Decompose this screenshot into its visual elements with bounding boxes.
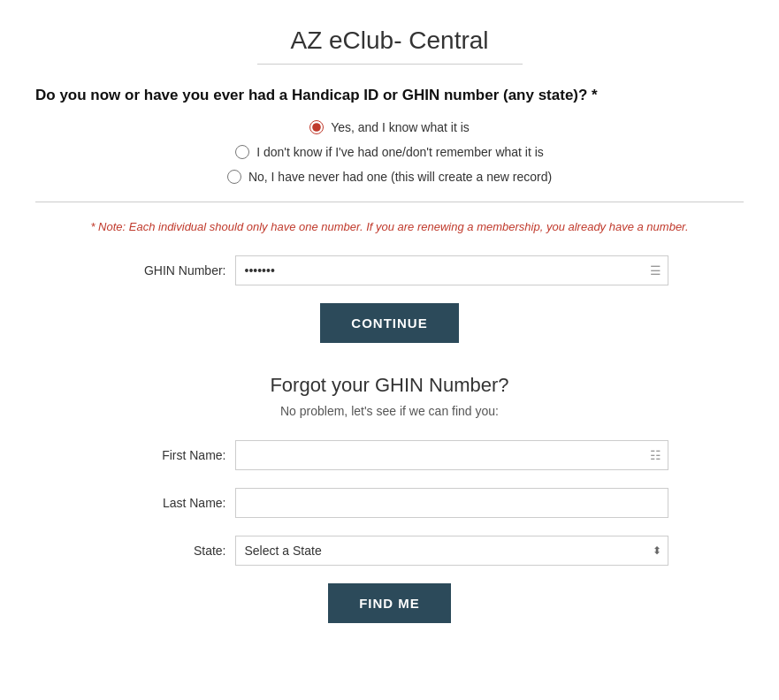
ghin-number-label: GHIN Number: — [111, 263, 226, 278]
first-name-label: First Name: — [111, 448, 226, 462]
state-select[interactable]: Select a StateAlabamaAlaskaArizonaArkans… — [235, 536, 668, 566]
main-question: Do you now or have you ever had a Handic… — [35, 87, 744, 104]
radio-group: Yes, and I know what it is I don't know … — [35, 120, 744, 184]
radio-option-3[interactable]: No, I have never had one (this will crea… — [227, 170, 552, 184]
forgot-ghin-subtitle: No problem, let's see if we can find you… — [35, 404, 744, 418]
state-label: State: — [111, 544, 226, 558]
radio-label-1: Yes, and I know what it is — [331, 120, 470, 134]
radio-input-3[interactable] — [227, 170, 241, 184]
state-select-wrapper: Select a StateAlabamaAlaskaArizonaArkans… — [235, 536, 668, 566]
find-me-button[interactable]: FIND ME — [328, 583, 451, 623]
ghin-number-input[interactable] — [235, 255, 668, 285]
section-divider — [35, 202, 744, 202]
radio-option-2[interactable]: I don't know if I've had one/don't remem… — [235, 145, 544, 159]
radio-option-1[interactable]: Yes, and I know what it is — [309, 120, 470, 134]
forgot-ghin-title: Forgot your GHIN Number? — [35, 374, 744, 397]
state-row: State: Select a StateAlabamaAlaskaArizon… — [35, 536, 744, 566]
radio-input-1[interactable] — [309, 120, 324, 134]
radio-label-2: I don't know if I've had one/don't remem… — [256, 145, 544, 159]
first-name-row: First Name: ☷ — [35, 440, 744, 470]
continue-button[interactable]: CONTINUE — [320, 303, 458, 343]
ghin-number-wrapper: ☰ — [235, 255, 668, 285]
last-name-wrapper — [235, 488, 668, 518]
radio-input-2[interactable] — [235, 145, 249, 159]
first-name-input[interactable] — [235, 440, 668, 470]
page-title: AZ eClub- Central — [35, 27, 744, 55]
note-text: * Note: Each individual should only have… — [35, 220, 744, 233]
last-name-row: Last Name: — [35, 488, 744, 518]
ghin-number-row: GHIN Number: ☰ — [35, 255, 744, 285]
radio-label-3: No, I have never had one (this will crea… — [248, 170, 552, 184]
first-name-wrapper: ☷ — [235, 440, 668, 470]
last-name-input[interactable] — [235, 488, 668, 518]
last-name-label: Last Name: — [111, 496, 226, 510]
title-divider — [257, 64, 523, 65]
